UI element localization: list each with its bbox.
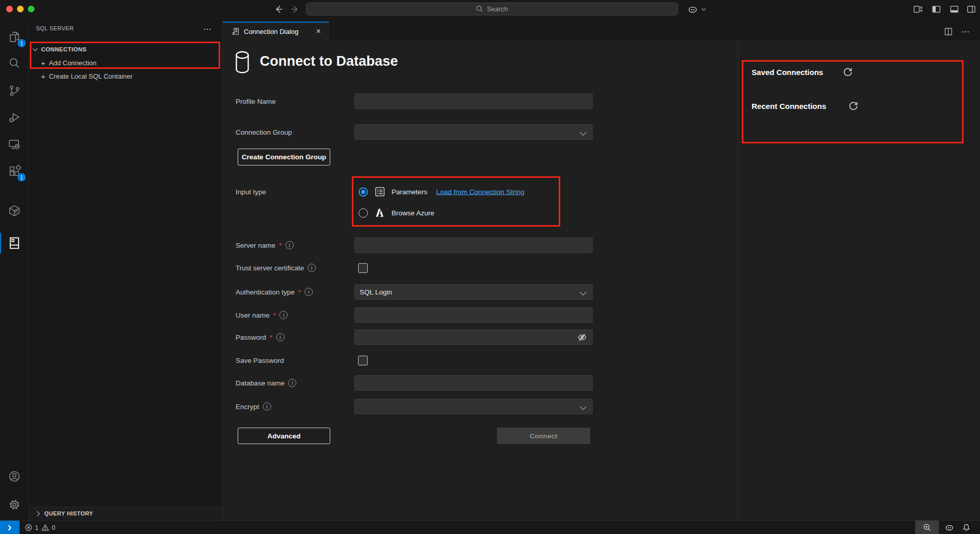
sidebar-item-containers[interactable] [0, 198, 29, 223]
user-name-field[interactable] [354, 307, 593, 323]
connection-dialog-tab-icon [231, 27, 240, 36]
connection-group-label: Connection Group [236, 128, 292, 136]
parameters-option-label: Parameters [391, 188, 427, 196]
advanced-button[interactable]: Advanced [238, 428, 330, 444]
connect-button[interactable]: Connect [497, 428, 590, 444]
parameters-form-icon [375, 187, 385, 197]
info-icon [286, 241, 294, 249]
connections-header-label: CONNECTIONS [41, 46, 86, 52]
sidebar-item-remote-explorer[interactable] [0, 132, 29, 157]
recent-connections-header: Recent Connections [752, 102, 826, 111]
tab-label: Connection Dialog [244, 28, 298, 35]
tab-close-icon[interactable] [313, 26, 324, 36]
window-minimize-button[interactable] [17, 6, 24, 12]
search-icon [476, 5, 484, 13]
azure-icon [374, 208, 386, 218]
create-connection-group-button[interactable]: Create Connection Group [238, 149, 330, 165]
info-icon [308, 264, 316, 272]
chevron-right-icon [35, 511, 40, 516]
browse-azure-option-label: Browse Azure [391, 209, 434, 217]
info-icon [263, 402, 271, 411]
user-name-label: User name* [236, 311, 288, 319]
sidebar-item-extensions[interactable]: 1 [0, 159, 29, 183]
database-icon [235, 50, 250, 76]
explorer-badge: 1 [17, 39, 26, 47]
info-icon [288, 379, 296, 387]
forward-arrow-icon[interactable] [289, 4, 300, 15]
tree-item-add-connection[interactable]: + Add Connection [29, 56, 222, 69]
connections-side-panel: Saved Connections Recent Connections [738, 40, 980, 520]
info-icon [279, 311, 288, 319]
editor-group: Connection Dialog ⋯ Connect to Database … [223, 18, 980, 520]
title-bar: Search [0, 0, 980, 18]
authentication-type-label: Authentication type* [236, 288, 313, 296]
accounts-icon[interactable] [0, 464, 29, 489]
sidebar-item-sql-server[interactable] [0, 231, 29, 255]
search-input[interactable]: Search [306, 3, 678, 15]
sidebar-item-explorer[interactable]: 1 [0, 25, 29, 49]
warning-count: 0 [52, 524, 56, 531]
info-icon [276, 333, 284, 341]
plus-icon: + [40, 59, 47, 67]
chevron-down-icon [33, 46, 38, 51]
problems-status[interactable]: 1 0 [25, 521, 55, 534]
zoom-status-icon[interactable] [915, 521, 939, 534]
activity-bar: 1 1 [0, 18, 29, 520]
error-count: 1 [35, 524, 39, 531]
radio-unselected-icon[interactable] [359, 208, 368, 217]
info-icon [305, 288, 313, 296]
trust-server-certificate-checkbox[interactable] [358, 263, 368, 273]
window-close-button[interactable] [6, 6, 13, 12]
copilot-status-icon[interactable] [942, 521, 956, 534]
connections-section-header[interactable]: CONNECTIONS [29, 43, 222, 56]
input-type-parameters-option[interactable]: Parameters Load from Connection String [359, 187, 525, 197]
server-name-field[interactable] [354, 237, 593, 253]
back-arrow-icon[interactable] [273, 4, 284, 15]
sidebar-item-run-and-debug[interactable] [0, 105, 29, 130]
trust-server-certificate-label: Trust server certificate [236, 264, 316, 272]
sidebar-more-actions-icon[interactable]: ⋯ [203, 24, 212, 34]
sidebar-header: SQL SERVER [29, 18, 222, 39]
editor-more-actions-icon[interactable]: ⋯ [959, 25, 972, 38]
copilot-chevron-down-icon[interactable] [698, 3, 710, 15]
page-title: Connect to Database [260, 53, 398, 69]
toggle-panel-icon[interactable] [948, 3, 960, 15]
sidebar-title: SQL SERVER [36, 25, 74, 31]
password-field[interactable] [354, 329, 593, 345]
copilot-icon[interactable] [686, 3, 699, 15]
connection-group-dropdown[interactable] [354, 124, 593, 140]
save-password-label: Save Password [236, 357, 284, 364]
query-history-section-header[interactable]: QUERY HISTORY [29, 507, 222, 520]
tree-item-create-local-sql-container[interactable]: + Create Local SQL Container [29, 69, 222, 83]
encrypt-dropdown[interactable] [354, 399, 593, 414]
remote-indicator-button[interactable] [0, 521, 20, 534]
tab-connection-dialog[interactable]: Connection Dialog [223, 22, 329, 40]
customize-layout-icon[interactable] [912, 3, 924, 15]
toggle-password-visibility-icon[interactable] [577, 332, 587, 345]
search-placeholder: Search [487, 5, 508, 13]
server-name-label: Server name* [236, 241, 294, 249]
errors-icon [25, 524, 32, 531]
notifications-bell-icon[interactable] [958, 521, 974, 534]
window-zoom-button[interactable] [28, 6, 34, 12]
toggle-primary-sidebar-icon[interactable] [930, 3, 942, 15]
sidebar-item-source-control[interactable] [0, 78, 29, 103]
input-type-label: Input type [236, 188, 266, 196]
sidebar-item-search[interactable] [0, 51, 29, 76]
warnings-icon [41, 524, 49, 531]
profile-name-field[interactable] [354, 94, 593, 109]
refresh-recent-connections-icon[interactable] [848, 101, 859, 111]
save-password-checkbox[interactable] [358, 356, 368, 365]
load-from-connection-string-link[interactable]: Load from Connection String [436, 188, 525, 196]
settings-gear-icon[interactable] [0, 492, 29, 517]
encrypt-label: Encrypt [236, 402, 271, 411]
sidebar-sql-server: SQL SERVER ⋯ CONNECTIONS + Add Connectio… [29, 18, 223, 520]
split-editor-icon[interactable] [942, 25, 954, 38]
toggle-secondary-sidebar-icon[interactable] [965, 3, 977, 15]
radio-selected-icon[interactable] [359, 187, 368, 196]
refresh-saved-connections-icon[interactable] [843, 67, 853, 77]
tab-bar: Connection Dialog ⋯ [223, 18, 980, 40]
input-type-browse-azure-option[interactable]: Browse Azure [359, 208, 434, 218]
database-name-field[interactable] [354, 375, 593, 391]
authentication-type-dropdown[interactable]: SQL Login [354, 284, 593, 300]
